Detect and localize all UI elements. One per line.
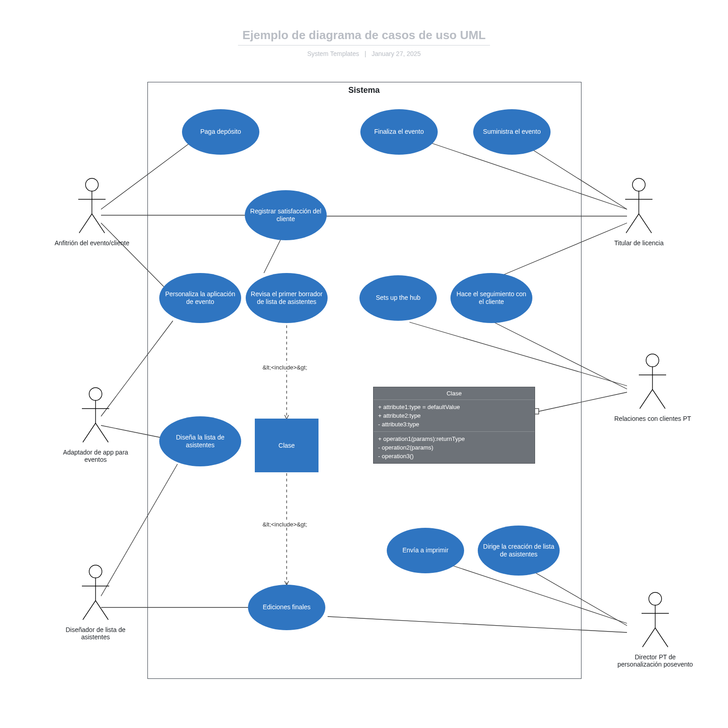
- actor-adaptador: Adaptador de app para eventos: [55, 387, 136, 463]
- svg-point-41: [646, 354, 659, 367]
- class-attr: - attribute3:type: [378, 420, 530, 429]
- usecase-personaliza-app: Personaliza la aplicación de evento: [159, 273, 241, 323]
- usecase-revisa-borrador: Revisa el primer borrador de lista de as…: [246, 273, 328, 323]
- actor-label: Titular de licencia: [614, 239, 663, 247]
- svg-line-29: [83, 423, 96, 442]
- include-label-2: &lt;<include>&gt;: [262, 521, 308, 528]
- system-boundary: [147, 82, 581, 679]
- svg-line-34: [83, 601, 96, 620]
- system-title: Sistema: [147, 86, 581, 95]
- class-attr: + attribute1:type = defaultValue: [378, 403, 530, 411]
- actor-icon: [74, 177, 110, 237]
- class-op: - operation3(): [378, 452, 530, 460]
- actor-icon: [77, 564, 114, 623]
- page-title: Ejemplo de diagrama de casos de uso UML: [238, 28, 490, 46]
- subtitle-separator: |: [364, 50, 366, 57]
- svg-line-25: [92, 214, 105, 233]
- actor-label: Anfitrión del evento/cliente: [55, 239, 129, 247]
- actor-icon: [637, 592, 673, 651]
- svg-line-30: [96, 423, 108, 442]
- actor-icon: [77, 387, 114, 446]
- class-box-attributes: + attribute1:type = defaultValue + attri…: [374, 400, 535, 432]
- svg-point-21: [86, 178, 98, 191]
- usecase-disena-lista: Diseña la lista de asistentes: [159, 416, 241, 466]
- actor-label: Relaciones con clientes PT: [614, 415, 691, 422]
- usecase-seguimiento-cliente: Hace el seguimiento con el cliente: [450, 273, 532, 323]
- usecase-dirige-creacion: Dirige la creación de lista de asistente…: [478, 526, 560, 576]
- actor-director: Director PT de personalización posevento: [614, 592, 696, 668]
- actor-label: Diseñador de lista de asistentes: [55, 626, 136, 641]
- actor-label: Adaptador de app para eventos: [55, 449, 136, 463]
- class-box-title: Clase: [374, 387, 535, 400]
- usecase-envia-imprimir: Envía a imprimir: [387, 528, 464, 573]
- actor-icon: [621, 177, 657, 237]
- page-subtitle: System Templates | January 27, 2025: [0, 50, 728, 57]
- actor-relaciones: Relaciones con clientes PT: [614, 353, 691, 422]
- usecase-sets-up-hub: Sets up the hub: [359, 275, 437, 321]
- svg-point-36: [632, 178, 645, 191]
- svg-line-44: [640, 389, 652, 409]
- class-attr: + attribute2:type: [378, 411, 530, 420]
- usecase-finaliza-evento: Finaliza el evento: [360, 109, 438, 155]
- svg-line-35: [96, 601, 108, 620]
- usecase-registrar-satisfaccion: Registrar satisfacción del cliente: [245, 190, 327, 240]
- svg-point-31: [89, 565, 102, 578]
- include-label-1: &lt;<include>&gt;: [262, 364, 308, 371]
- usecase-paga-deposito: Paga depósito: [182, 109, 259, 155]
- svg-line-45: [652, 389, 665, 409]
- actor-icon: [634, 353, 671, 412]
- actor-disenador: Diseñador de lista de asistentes: [55, 564, 136, 641]
- svg-point-46: [649, 592, 662, 605]
- actor-label: Director PT de personalización posevento: [614, 653, 696, 668]
- usecase-ediciones-finales: Ediciones finales: [248, 585, 325, 630]
- actor-anfitrion: Anfitrión del evento/cliente: [55, 177, 129, 247]
- svg-line-49: [642, 628, 655, 647]
- class-op: + operation1(params):returnType: [378, 435, 530, 443]
- class-node: Clase: [255, 419, 318, 472]
- class-detail-box: Clase + attribute1:type = defaultValue +…: [373, 387, 535, 464]
- header: Ejemplo de diagrama de casos de uso UML …: [0, 28, 728, 57]
- subtitle-right: January 27, 2025: [372, 50, 421, 57]
- class-op: - operation2(params): [378, 443, 530, 452]
- svg-line-40: [639, 214, 652, 233]
- svg-line-50: [655, 628, 668, 647]
- svg-line-24: [79, 214, 92, 233]
- svg-point-26: [89, 388, 102, 400]
- subtitle-left: System Templates: [307, 50, 359, 57]
- diagram-canvas: Sistema Paga depósito Finaliza el evento…: [0, 73, 728, 728]
- usecase-suministra-evento: Suministra el evento: [473, 109, 551, 155]
- svg-line-39: [626, 214, 639, 233]
- class-box-operations: + operation1(params):returnType - operat…: [374, 432, 535, 463]
- diagram-page: Ejemplo de diagrama de casos de uso UML …: [0, 0, 728, 728]
- actor-titular: Titular de licencia: [614, 177, 663, 247]
